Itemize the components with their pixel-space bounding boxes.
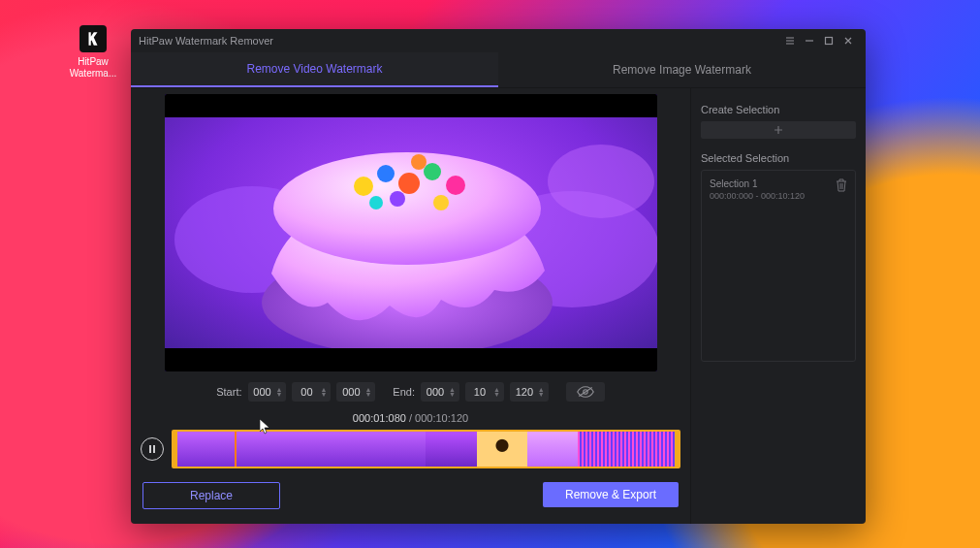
pause-button[interactable] [141,437,164,461]
start-ms-stepper[interactable]: 000▲▼ [336,382,375,402]
remove-export-button[interactable]: Remove & Export [543,482,679,507]
start-label: Start: [216,386,241,398]
svg-point-10 [424,163,441,180]
svg-point-8 [377,165,395,182]
tab-remove-video-watermark[interactable]: Remove Video Watermark [131,52,498,87]
svg-point-6 [273,152,541,265]
end-ms-stepper[interactable]: 120▲▼ [510,382,549,402]
svg-point-7 [354,177,373,196]
tab-remove-image-watermark[interactable]: Remove Image Watermark [498,52,866,87]
svg-point-9 [398,173,420,194]
minimize-icon[interactable] [800,31,819,50]
create-selection-title: Create Selection [701,104,856,115]
svg-point-11 [446,176,465,195]
end-label: End: [393,386,415,398]
trash-icon[interactable] [836,178,847,194]
desktop-background: HitPaw Waterma... HitPaw Watermark Remov… [0,0,980,548]
replace-button[interactable]: Replace [142,482,280,509]
desktop-shortcut-label: HitPaw Waterma... [66,56,120,80]
trim-handle-right[interactable] [675,432,679,467]
selected-selection-title: Selected Selection [701,152,856,164]
svg-point-14 [433,195,449,210]
svg-rect-16 [165,94,657,117]
start-second-stepper[interactable]: 00▲▼ [292,382,331,402]
svg-line-19 [579,388,592,397]
playhead[interactable] [235,430,237,468]
app-icon [79,25,107,52]
add-selection-button[interactable] [701,121,856,139]
close-icon[interactable] [838,31,858,50]
selection-list: Selection 1 000:00:000 - 000:10:120 [701,170,856,362]
selection-item[interactable]: Selection 1 000:00:000 - 000:10:120 [710,178,847,202]
video-preview[interactable] [165,94,657,371]
time-range-controls: Start: 000▲▼ 00▲▼ 000▲▼ End: 000▲▼ 10▲▼ … [131,375,690,408]
selection-range: 000:00:000 - 000:10:120 [710,190,805,202]
trim-handle-left[interactable] [174,432,177,467]
desktop-shortcut-hitpaw[interactable]: HitPaw Waterma... [66,25,120,80]
svg-rect-0 [826,38,833,45]
total-time: 000:10:120 [415,412,468,424]
menu-icon[interactable] [780,31,800,50]
end-minute-stepper[interactable]: 000▲▼ [421,382,459,402]
playback-position: 000:01:080 / 000:10:120 [131,408,690,426]
mode-tabs: Remove Video Watermark Remove Image Wate… [131,52,866,88]
time-separator: / [406,412,415,424]
current-time: 000:01:080 [353,412,406,424]
maximize-icon[interactable] [819,31,838,50]
svg-rect-17 [165,348,657,371]
window-title: HitPaw Watermark Remover [139,35,273,47]
start-minute-stepper[interactable]: 000▲▼ [248,382,287,402]
main-panel: Start: 000▲▼ 00▲▼ 000▲▼ End: 000▲▼ 10▲▼ … [131,88,690,524]
svg-point-15 [411,154,427,170]
selection-name: Selection 1 [710,178,805,190]
video-preview-area [131,88,690,375]
svg-point-4 [548,145,654,218]
side-panel: Create Selection Selected Selection Sele… [690,88,866,524]
window-titlebar: HitPaw Watermark Remover [131,29,866,52]
svg-point-13 [369,196,383,210]
app-window: HitPaw Watermark Remover Remove Video Wa… [131,29,866,524]
end-second-stepper[interactable]: 10▲▼ [465,382,504,402]
toggle-visibility-icon[interactable] [566,382,605,402]
svg-point-12 [390,191,405,207]
timeline[interactable] [172,430,680,468]
